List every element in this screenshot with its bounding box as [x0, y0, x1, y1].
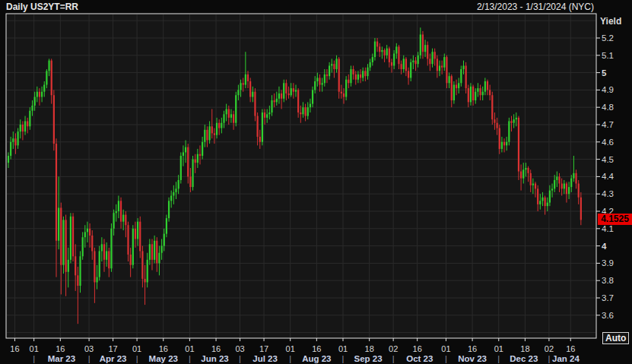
candle-body: [271, 100, 272, 112]
x-day-label: 16: [566, 344, 575, 353]
x-day-label: 01: [338, 344, 348, 353]
candle-body: [144, 279, 145, 283]
candlestick-chart[interactable]: 5.25.154.94.84.74.64.54.44.34.24.143.93.…: [0, 0, 632, 364]
candle-body: [295, 90, 297, 91]
candle-body: [285, 83, 287, 93]
candle-body: [427, 45, 428, 59]
candle-body: [199, 154, 201, 156]
candle-body: [221, 123, 222, 128]
x-day-label: 01: [494, 344, 503, 353]
candle-body: [316, 78, 318, 81]
candle-body: [245, 74, 246, 85]
candle-body: [218, 123, 220, 128]
candle-body: [554, 180, 555, 188]
candle-body: [103, 244, 105, 260]
candle-body: [34, 97, 36, 106]
month-separator: |: [88, 354, 91, 363]
candle-body: [108, 251, 110, 268]
candle-body: [27, 121, 28, 126]
candle-body: [414, 61, 416, 65]
candle-body: [458, 83, 459, 88]
candle-body: [479, 88, 481, 95]
candle-body: [58, 207, 59, 240]
x-day-label: 16: [56, 344, 65, 353]
candle-body: [386, 49, 388, 55]
candle-body: [22, 125, 24, 131]
candle-body: [72, 217, 74, 256]
candle-body: [120, 201, 122, 221]
candle-body: [508, 121, 510, 141]
candle-body: [65, 220, 67, 271]
month-label: Sep 23: [354, 354, 383, 363]
x-day-label: 03: [84, 344, 94, 353]
candle-body: [161, 246, 163, 253]
candle-body: [326, 74, 328, 76]
candle-body: [491, 95, 493, 119]
y-axis-label: 3.6: [602, 311, 614, 320]
x-day-label: 17: [108, 344, 117, 353]
candle-body: [460, 69, 462, 83]
candle-body: [456, 85, 457, 89]
last-price-badge: 4.1525: [598, 214, 632, 225]
candle-body: [43, 85, 45, 92]
candle-body: [252, 92, 253, 97]
candle-body: [82, 237, 84, 256]
candle-body: [398, 46, 399, 64]
candle-body: [418, 55, 419, 64]
candle-body: [37, 92, 38, 97]
candle-body: [381, 50, 383, 52]
y-axis-label: 4.3: [602, 189, 614, 198]
x-day-label: 01: [441, 344, 450, 353]
month-label: Jul 23: [252, 354, 278, 363]
candle-body: [451, 76, 453, 100]
candle-body: [372, 57, 373, 62]
candle-body: [556, 176, 557, 180]
candle-body: [89, 229, 91, 236]
candle-body: [139, 222, 141, 252]
candle-body: [41, 92, 43, 97]
candle-body: [408, 71, 409, 78]
candle-body: [549, 191, 551, 203]
month-separator: |: [289, 354, 291, 363]
y-axis-label: 4.5: [602, 155, 614, 164]
candle-body: [264, 112, 265, 118]
candle-body: [443, 57, 445, 68]
candle-body: [446, 57, 447, 83]
candle-body: [106, 251, 107, 259]
candle-body: [441, 65, 443, 67]
candle-body: [348, 80, 349, 84]
candle-body: [24, 121, 26, 131]
month-label: Jun 23: [201, 354, 228, 363]
month-separator: |: [239, 354, 241, 363]
candle-body: [249, 81, 251, 97]
candle-body: [482, 92, 484, 96]
candle-body: [424, 45, 426, 52]
candle-body: [575, 173, 576, 184]
candle-body: [341, 92, 342, 93]
candle-body: [48, 61, 49, 71]
y-axis-label: 4.4: [602, 172, 615, 181]
auto-scale-button[interactable]: Auto: [602, 332, 629, 344]
candle-body: [364, 71, 366, 76]
month-label: Mar 23: [48, 354, 75, 363]
month-separator: |: [445, 354, 447, 363]
candle-body: [370, 62, 371, 68]
candle-body: [293, 88, 294, 92]
month-separator: |: [497, 354, 500, 363]
x-day-label: 16: [413, 344, 422, 353]
candle-body: [137, 222, 138, 239]
candle-body: [283, 83, 284, 99]
candle-body: [266, 114, 268, 118]
candle-body: [312, 90, 313, 103]
candle-body: [281, 93, 282, 99]
month-label: Oct 23: [406, 354, 433, 363]
candle-body: [510, 121, 512, 122]
candle-body: [305, 107, 306, 116]
candle-body: [541, 198, 543, 201]
candle-body: [405, 59, 407, 71]
candle-body: [530, 173, 532, 185]
candle-body: [489, 90, 491, 95]
candle-body: [166, 218, 167, 234]
candle-body: [518, 118, 519, 172]
candle-body: [202, 142, 203, 156]
